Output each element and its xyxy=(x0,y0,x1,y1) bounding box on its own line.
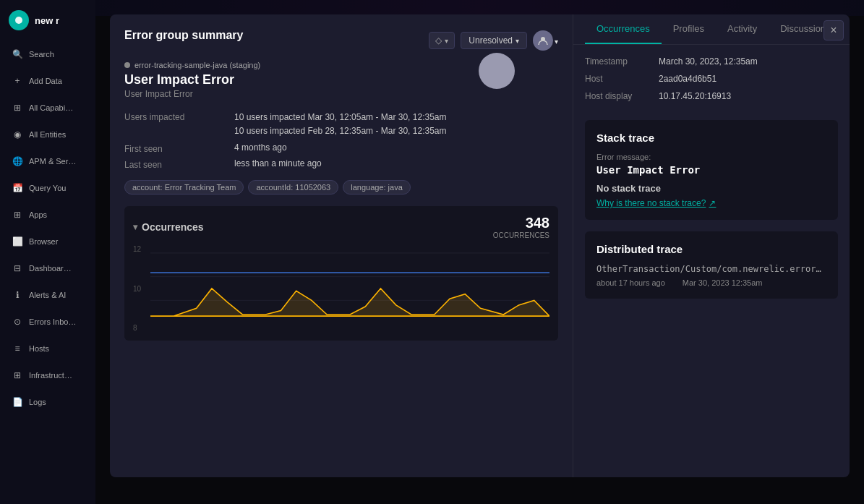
sidebar-icon-search: 🔍 xyxy=(12,48,23,60)
first-seen-value: 4 months ago xyxy=(234,142,558,154)
occurrences-count-block: 348 OCCURRENCES xyxy=(493,215,549,239)
chart-svg xyxy=(150,245,549,332)
sidebar-icon-infrastructure: ⊞ xyxy=(12,370,23,381)
sidebar-label-errors: Errors Inbo… xyxy=(29,317,76,326)
user-avatar-large xyxy=(479,53,515,89)
stack-trace-card: Stack trace Error message: User Impact E… xyxy=(585,120,838,220)
sidebar-icon-query-you: 📅 xyxy=(12,182,23,194)
tag-2: language: java xyxy=(343,180,411,195)
occ-title-text: Occurrences xyxy=(142,221,204,233)
sidebar-item-alerts[interactable]: ℹ Alerts & AI xyxy=(3,282,93,308)
error-panel: Error group summary ◇ Unresolved xyxy=(110,14,573,477)
modal-overlay: × Error group summary ◇ Unresolved xyxy=(95,0,864,504)
modal-container: × Error group summary ◇ Unresolved xyxy=(110,14,850,484)
detail-val: 10.17.45.20:16913 xyxy=(659,91,731,101)
detail-row-timestamp: Timestamp March 30, 2023, 12:35am xyxy=(585,56,838,67)
diamond-chevron xyxy=(445,35,448,46)
why-link-text: Why is there no stack trace? xyxy=(596,198,706,208)
no-stack-label: No stack trace xyxy=(596,183,826,194)
tab-activity[interactable]: Activity xyxy=(716,14,769,44)
sidebar-icon-all-entities: ◉ xyxy=(12,129,23,140)
occurrences-header: ▾ Occurrences 348 OCCURRENCES xyxy=(133,215,549,239)
detail-key: Host xyxy=(585,74,650,84)
sidebar-label-all-capabilities: All Capabi… xyxy=(29,103,73,112)
error-subtitle: User Impact Error xyxy=(124,89,558,99)
dist-trace-date: Mar 30, 2023 12:35am xyxy=(683,278,763,287)
why-link[interactable]: Why is there no stack trace? ↗ xyxy=(596,198,826,208)
distributed-trace-title: Distributed trace xyxy=(596,243,826,255)
occurrences-unit: OCCURRENCES xyxy=(493,231,549,239)
sidebar-label-hosts: Hosts xyxy=(29,344,49,353)
distributed-trace-path: OtherTransaction/Custom/com.newrelic.err… xyxy=(596,264,826,274)
tab-profiles[interactable]: Profiles xyxy=(662,14,716,44)
sidebar: new r 🔍 Search + Add Data ⊞ All Capabi… … xyxy=(0,0,95,504)
stack-trace-title: Stack trace xyxy=(596,132,826,144)
tab-occurrences[interactable]: Occurrences xyxy=(585,14,662,44)
sidebar-label-infrastructure: Infrastruct… xyxy=(29,371,72,380)
detail-key: Host display xyxy=(585,91,650,101)
status-label: Unresolved xyxy=(469,35,513,46)
sidebar-item-hosts[interactable]: ≡ Hosts xyxy=(3,336,93,362)
users-impacted-line-2: 10 users impacted Feb 28, 12:35am - Mar … xyxy=(234,124,558,138)
sidebar-icon-alerts: ℹ xyxy=(12,289,23,301)
distributed-trace-meta: about 17 hours ago Mar 30, 2023 12:35am xyxy=(596,278,826,287)
avatar-button[interactable] xyxy=(533,30,553,51)
close-button[interactable]: × xyxy=(824,20,844,40)
users-impacted-label: Users impacted xyxy=(124,111,226,138)
sidebar-item-browser[interactable]: ⬜ Browser xyxy=(3,228,93,255)
sidebar-item-infrastructure[interactable]: ⊞ Infrastruct… xyxy=(3,362,93,388)
detail-row-host-display: Host display 10.17.45.20:16913 xyxy=(585,91,838,101)
sidebar-icon-apps: ⊞ xyxy=(12,209,23,221)
sidebar-item-logs[interactable]: 📄 Logs xyxy=(3,389,93,415)
app-name: error-tracking-sample-java (staging) xyxy=(134,61,260,69)
logo[interactable]: new r xyxy=(0,0,95,40)
sidebar-icon-hosts: ≡ xyxy=(12,343,23,354)
logo-icon xyxy=(9,10,29,30)
sidebar-icon-dashboards: ⊟ xyxy=(12,262,23,274)
logo-text: new r xyxy=(35,15,59,26)
chart-container: 12 10 8 xyxy=(133,245,549,332)
detail-val: 2aad0a4d6b51 xyxy=(659,74,717,84)
sidebar-item-all-capabilities[interactable]: ⊞ All Capabi… xyxy=(3,95,93,121)
chart-y-labels: 12 10 8 xyxy=(133,245,150,332)
sidebar-label-query-you: Query You xyxy=(29,184,66,192)
avatar-chevron-icon xyxy=(555,34,558,47)
detail-section: Timestamp March 30, 2023, 12:35am Host 2… xyxy=(573,45,850,120)
sidebar-item-errors[interactable]: ⊙ Errors Inbo… xyxy=(3,309,93,335)
occurrences-title: ▾ Occurrences xyxy=(133,221,204,233)
sidebar-icon-browser: ⬜ xyxy=(12,236,23,247)
last-seen-value: less than a minute ago xyxy=(234,158,558,170)
sidebar-icon-apm: 🌐 xyxy=(12,155,23,167)
sidebar-label-dashboards: Dashboar… xyxy=(29,264,72,273)
sidebar-icon-add-data: + xyxy=(12,75,23,87)
sidebar-item-search[interactable]: 🔍 Search xyxy=(3,41,93,67)
sidebar-item-add-data[interactable]: + Add Data xyxy=(3,68,93,94)
sidebar-icon-errors: ⊙ xyxy=(12,316,23,328)
panel-title: Error group summary xyxy=(124,29,243,42)
error-message-value: User Impact Error xyxy=(596,164,826,176)
status-chevron xyxy=(516,35,519,46)
diamond-button[interactable]: ◇ xyxy=(429,32,455,49)
tags-container: account: Error Tracking TeamaccountId: 1… xyxy=(124,180,558,195)
sidebar-item-apm[interactable]: 🌐 APM & Ser… xyxy=(3,148,93,174)
detail-row-host: Host 2aad0a4d6b51 xyxy=(585,74,838,84)
main-content: × Error group summary ◇ Unresolved xyxy=(95,0,864,504)
sidebar-item-apps[interactable]: ⊞ Apps xyxy=(3,202,93,228)
tag-0: account: Error Tracking Team xyxy=(124,180,244,195)
last-seen-label: Last seen xyxy=(124,158,226,170)
sidebar-item-all-entities[interactable]: ◉ All Entities xyxy=(3,121,93,148)
sidebar-item-query-you[interactable]: 📅 Query You xyxy=(3,175,93,201)
occ-chevron-icon: ▾ xyxy=(133,222,137,232)
distributed-trace-card: Distributed trace OtherTransaction/Custo… xyxy=(585,231,838,299)
status-button[interactable]: Unresolved xyxy=(461,32,527,49)
svg-point-0 xyxy=(15,17,22,24)
avatar-group xyxy=(533,30,558,51)
users-impacted-value: 10 users impacted Mar 30, 12:05am - Mar … xyxy=(234,111,558,138)
sidebar-icon-logs: 📄 xyxy=(12,396,23,408)
chart-y-12: 12 xyxy=(133,245,150,253)
sidebar-icon-all-capabilities: ⊞ xyxy=(12,102,23,114)
tabs-container: OccurrencesProfilesActivityDiscussions xyxy=(573,14,850,45)
occurrences-section: ▾ Occurrences 348 OCCURRENCES 12 10 8 xyxy=(124,206,558,341)
sidebar-item-dashboards[interactable]: ⊟ Dashboar… xyxy=(3,255,93,281)
tag-1: accountId: 11052063 xyxy=(248,180,338,195)
